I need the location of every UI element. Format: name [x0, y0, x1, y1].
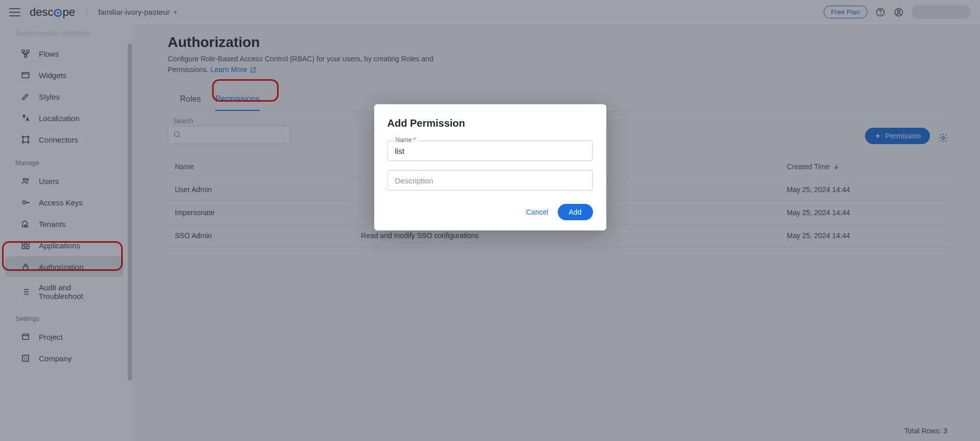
add-button[interactable]: Add [558, 204, 593, 220]
name-field-label: Name * [394, 136, 418, 144]
cancel-button[interactable]: Cancel [526, 208, 549, 216]
modal-overlay[interactable]: Add Permission Name * Cancel Add [0, 0, 980, 441]
modal-title: Add Permission [388, 118, 593, 129]
description-field[interactable] [388, 170, 593, 191]
add-permission-modal: Add Permission Name * Cancel Add [374, 104, 606, 230]
name-field[interactable] [388, 141, 593, 161]
